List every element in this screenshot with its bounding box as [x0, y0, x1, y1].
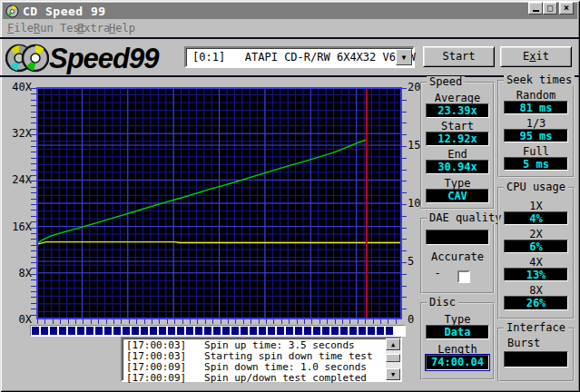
menu-item-file[interactable]: File	[7, 22, 34, 34]
end-speed-label: End	[422, 148, 493, 161]
y-axis-left-label: 0X	[4, 313, 32, 326]
toolbar-divider	[0, 75, 580, 77]
disc-panel: Disc Type Data Length 74:00.04	[420, 302, 495, 380]
end-speed-display: 30.94x	[426, 160, 489, 174]
title-bar[interactable]: CD Speed 99	[3, 3, 577, 19]
menu-divider	[0, 37, 580, 39]
log-scrollbar[interactable]: ▲ ▼	[386, 338, 400, 380]
scroll-thumb[interactable]	[386, 354, 400, 362]
speed-type-display: CAV	[426, 189, 489, 203]
y-axis-left-label: 24X	[4, 173, 32, 186]
y-axis-left-label: 32X	[4, 127, 32, 140]
disc-panel-legend: Disc	[427, 297, 458, 309]
log-line: [17:00:09] Spin up/down test completed	[126, 373, 367, 383]
cpu-2x-label: 2X	[499, 228, 573, 240]
log-line: [17:00:03] Spin up time: 3.5 seconds	[126, 340, 355, 350]
interface-panel: Interface Burst	[497, 328, 575, 382]
random-seek-display: 81 ms	[504, 101, 568, 114]
disc-type-label: Type	[422, 313, 493, 326]
y-axis-left-label: 40X	[4, 81, 32, 93]
dae-quality-display	[426, 230, 489, 245]
third-seek-display: 95 ms	[504, 129, 568, 142]
cd-speed-logo-icon	[5, 41, 49, 75]
minimize-icon	[533, 10, 539, 12]
burst-label: Burst	[499, 337, 573, 349]
cpu-4x-display: 13%	[504, 268, 568, 281]
log-box[interactable]: [17:00:03] Spin up time: 3.5 seconds [17…	[121, 337, 402, 382]
dae-quality-panel-legend: DAE quality	[427, 212, 504, 224]
chevron-down-icon: ▼	[402, 54, 407, 62]
menu-item-help[interactable]: Help	[109, 22, 135, 34]
full-seek-display: 5 ms	[504, 157, 568, 171]
start-button[interactable]: Start	[423, 46, 495, 67]
cpu-1x-display: 4%	[504, 211, 568, 225]
speed-type-label: Type	[422, 177, 493, 190]
cpu-1x-label: 1X	[499, 200, 573, 212]
scroll-down-icon: ▼	[391, 371, 395, 378]
random-seek-label: Random	[499, 89, 573, 102]
cpu-usage-panel: CPU usage 1X 4% 2X 6% 4X 13% 8X 26%	[497, 187, 575, 319]
disc-length-display: 74:00.04	[426, 355, 489, 370]
drive-select[interactable]: [0:1] ATAPI CD-R/RW 6X4X32 V6.CW ▼	[184, 46, 415, 68]
maximize-button[interactable]: □	[543, 2, 557, 15]
start-speed-display: 12.92x	[426, 132, 489, 146]
axis-ticks-bottom	[37, 319, 402, 324]
app-window: CD Speed 99 □ × File Run Test Extra Help…	[0, 0, 580, 392]
disc-length-label: Length	[422, 343, 493, 356]
cpu-8x-label: 8X	[499, 284, 573, 297]
interface-panel-legend: Interface	[504, 322, 568, 334]
log-line: [17:00:09] Spin down time: 1.0 seconds	[126, 362, 367, 372]
start-speed-label: Start	[422, 120, 493, 132]
accurate-label: Accurate	[422, 250, 493, 263]
menu-bar: File Run Test Extra Help	[3, 19, 577, 36]
dropdown-arrow-button[interactable]: ▼	[396, 49, 412, 65]
disc-type-display: Data	[426, 325, 489, 339]
dae-quality-panel: DAE quality Accurate -	[420, 218, 495, 294]
seek-times-panel-legend: Seek times	[504, 74, 575, 86]
maximize-icon: □	[547, 3, 553, 13]
average-label: Average	[422, 92, 493, 104]
cpu-2x-display: 6%	[504, 240, 568, 253]
third-seek-label: 1/3	[499, 117, 573, 130]
menu-item-extra[interactable]: Extra	[77, 22, 110, 34]
speed-panel-legend: Speed	[427, 76, 465, 88]
axis-ticks-left	[31, 88, 36, 318]
accurate-checkbox[interactable]	[457, 270, 470, 283]
seek-times-panel: Seek times Random 81 ms 1/3 95 ms Full 5…	[497, 80, 575, 178]
speed-panel: Speed Average 23.39x Start 12.92x End 30…	[420, 82, 495, 210]
close-button[interactable]: ×	[559, 2, 574, 15]
close-icon: ×	[564, 3, 569, 13]
speed-chart	[36, 87, 402, 319]
average-speed-display: 23.39x	[426, 103, 489, 118]
burst-display	[504, 351, 568, 368]
scroll-up-icon: ▲	[391, 341, 395, 348]
speed-chart-canvas	[36, 87, 402, 319]
full-seek-label: Full	[499, 145, 573, 158]
cpu-4x-label: 4X	[499, 256, 573, 269]
scroll-up-button[interactable]: ▲	[386, 338, 400, 350]
scroll-down-button[interactable]: ▼	[386, 368, 400, 380]
window-title: CD Speed 99	[23, 5, 106, 18]
cpu-8x-display: 26%	[504, 296, 568, 310]
exit-button[interactable]: Exit	[500, 46, 572, 67]
app-cd-icon	[5, 5, 19, 18]
y-axis-left-label: 16X	[4, 220, 32, 233]
progress-bar	[30, 325, 406, 337]
minimize-button[interactable]	[528, 2, 543, 15]
cpu-usage-panel-legend: CPU usage	[504, 181, 568, 193]
y-axis-left-label: 8X	[4, 267, 32, 279]
log-line: [17:00:03] Starting spin down time test	[126, 351, 373, 361]
logo-text: Speed99	[49, 43, 159, 75]
axis-ticks-right	[402, 88, 407, 318]
drive-select-value: [0:1] ATAPI CD-R/RW 6X4X32 V6.CW	[192, 51, 416, 64]
